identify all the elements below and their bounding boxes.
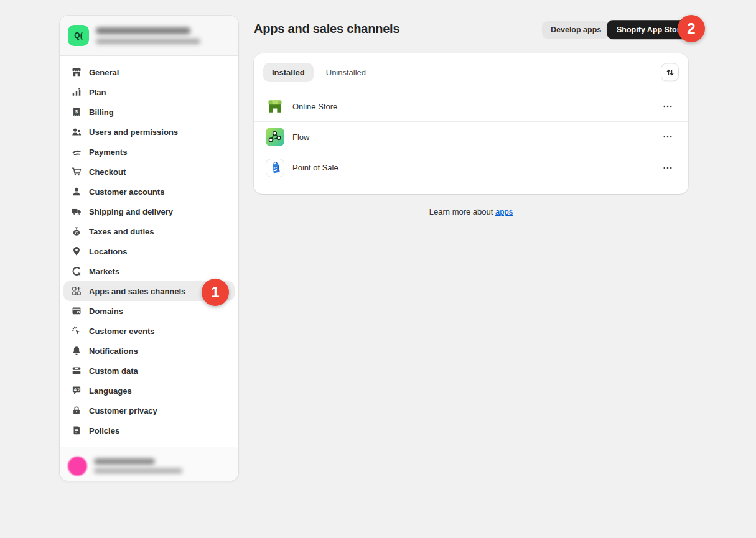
- app-row-point-of-sale[interactable]: S Point of Sale: [254, 152, 688, 183]
- billing-icon: $: [70, 106, 83, 118]
- sidebar-item-label: Billing: [89, 108, 114, 117]
- truck-icon: [70, 205, 83, 218]
- develop-apps-button[interactable]: Develop apps: [542, 21, 610, 39]
- sidebar-item-payments[interactable]: Payments: [63, 142, 235, 162]
- sidebar-item-label: Apps and sales channels: [89, 287, 185, 296]
- sort-button[interactable]: [661, 63, 679, 81]
- svg-text:A: A: [73, 387, 77, 392]
- app-name: Flow: [292, 132, 309, 142]
- learn-more-line: Learn more about apps: [254, 207, 688, 216]
- apps-link[interactable]: apps: [495, 207, 513, 216]
- sort-arrows-icon: [664, 66, 676, 78]
- annotation-badge-1: 1: [202, 279, 229, 306]
- sidebar-item-label: General: [89, 68, 119, 77]
- apps-grid-icon: [70, 285, 83, 297]
- three-dots-icon: [661, 131, 674, 143]
- apps-list: Online Store Flow S Point of Sale: [254, 91, 688, 183]
- row-menu-button[interactable]: [659, 128, 676, 146]
- store-email-redacted: [96, 39, 200, 44]
- shopify-settings-page: { "colors": { "page_bg": "#f1f1f1", "ann…: [0, 0, 756, 538]
- sidebar-item-label: Customer events: [89, 327, 154, 336]
- sidebar-item-billing[interactable]: $ Billing: [63, 102, 235, 122]
- sidebar-item-shipping-and-delivery[interactable]: Shipping and delivery: [63, 202, 235, 221]
- user-name-redacted: [94, 458, 155, 465]
- online-store-icon: [266, 97, 284, 116]
- sidebar-item-customer-accounts[interactable]: Customer accounts: [63, 182, 235, 202]
- settings-nav: General Plan $ Billing Users and permiss…: [60, 56, 238, 447]
- store-avatar: Q(: [68, 25, 89, 46]
- sidebar-item-custom-data[interactable]: Custom data: [63, 361, 235, 381]
- sidebar-item-markets[interactable]: $ Markets: [63, 261, 235, 281]
- sidebar-item-label: Languages: [89, 386, 132, 396]
- sidebar-item-label: Custom data: [89, 366, 138, 376]
- settings-sidebar: Q( General Plan $ Billing Users and perm…: [60, 16, 238, 481]
- sidebar-item-label: Plan: [89, 88, 106, 97]
- sidebar-item-languages[interactable]: A Languages: [63, 381, 235, 401]
- svg-text:$: $: [75, 109, 78, 114]
- sidebar-item-label: Users and permissions: [89, 128, 178, 137]
- three-dots-icon: [661, 100, 674, 113]
- cursor-click-icon: [70, 325, 83, 337]
- custom-data-icon: [70, 364, 83, 377]
- row-menu-button[interactable]: [659, 159, 676, 177]
- sidebar-item-customer-events[interactable]: Customer events: [63, 321, 235, 341]
- policy-icon: [70, 424, 83, 437]
- lock-icon: [70, 404, 83, 417]
- translate-icon: A: [70, 384, 83, 397]
- taxes-icon: [70, 225, 83, 238]
- sidebar-item-plan[interactable]: Plan: [63, 82, 235, 102]
- sidebar-item-label: Customer privacy: [89, 406, 157, 415]
- tab-uninstalled[interactable]: Uninstalled: [317, 63, 375, 82]
- apps-tabs-row: InstalledUninstalled: [254, 53, 688, 91]
- sidebar-item-taxes-and-duties[interactable]: Taxes and duties: [63, 221, 235, 241]
- plan-icon: [70, 86, 83, 98]
- cart-icon: [70, 165, 83, 178]
- users-icon: [70, 126, 83, 138]
- app-name: Online Store: [292, 102, 337, 111]
- globe-icon: $: [70, 265, 83, 277]
- sidebar-item-customer-privacy[interactable]: Customer privacy: [63, 401, 235, 420]
- apps-card: InstalledUninstalled Online Store Flow S…: [254, 53, 688, 194]
- pos-icon: S: [266, 159, 284, 177]
- tab-installed[interactable]: Installed: [263, 63, 314, 82]
- sidebar-item-label: Policies: [89, 426, 119, 435]
- user-avatar: [68, 457, 87, 476]
- sidebar-item-label: Payments: [89, 147, 127, 157]
- sidebar-item-label: Notifications: [89, 346, 138, 356]
- store-identity: [96, 27, 200, 44]
- sidebar-item-label: Customer accounts: [89, 187, 164, 197]
- sidebar-item-notifications[interactable]: Notifications: [63, 341, 235, 361]
- sidebar-item-label: Locations: [89, 247, 127, 256]
- flow-icon: [266, 128, 284, 146]
- store-name-redacted: [96, 27, 190, 34]
- app-row-flow[interactable]: Flow: [254, 122, 688, 152]
- user-email-redacted: [94, 468, 182, 473]
- sidebar-item-label: Checkout: [89, 167, 126, 177]
- annotation-badge-2: 2: [678, 15, 705, 42]
- domains-icon: [70, 305, 83, 317]
- page-title: Apps and sales channels: [254, 22, 399, 36]
- sidebar-item-label: Domains: [89, 307, 123, 316]
- sidebar-item-policies[interactable]: Policies: [63, 420, 235, 440]
- sidebar-item-general[interactable]: General: [63, 62, 235, 82]
- learn-more-text: Learn more about: [429, 207, 495, 216]
- svg-text:$: $: [78, 271, 81, 276]
- store-switcher[interactable]: Q(: [60, 16, 238, 56]
- user-account[interactable]: [60, 447, 238, 481]
- sidebar-item-label: Markets: [89, 267, 119, 276]
- sidebar-item-label: Taxes and duties: [89, 227, 154, 236]
- sidebar-item-label: Shipping and delivery: [89, 207, 173, 216]
- sidebar-item-users-and-permissions[interactable]: Users and permissions: [63, 122, 235, 142]
- user-identity: [94, 458, 182, 473]
- sidebar-item-locations[interactable]: Locations: [63, 241, 235, 261]
- app-row-online-store[interactable]: Online Store: [254, 91, 688, 122]
- location-pin-icon: [70, 245, 83, 257]
- three-dots-icon: [661, 162, 674, 174]
- bell-icon: [70, 345, 83, 357]
- sidebar-item-checkout[interactable]: Checkout: [63, 162, 235, 182]
- payments-icon: [70, 146, 83, 158]
- app-name: Point of Sale: [292, 163, 338, 172]
- row-menu-button[interactable]: [659, 98, 676, 115]
- person-icon: [70, 185, 83, 198]
- storefront-icon: [70, 66, 83, 78]
